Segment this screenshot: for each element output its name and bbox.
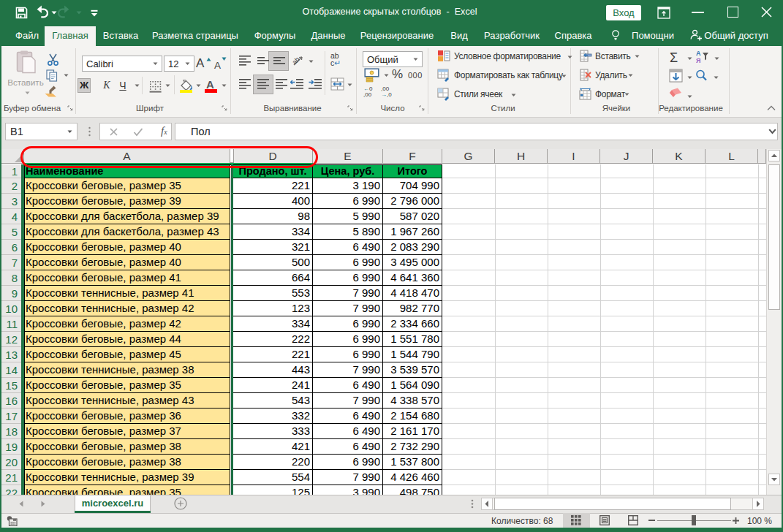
svg-text:А: А	[696, 50, 701, 57]
svg-text:Я: Я	[696, 57, 700, 64]
